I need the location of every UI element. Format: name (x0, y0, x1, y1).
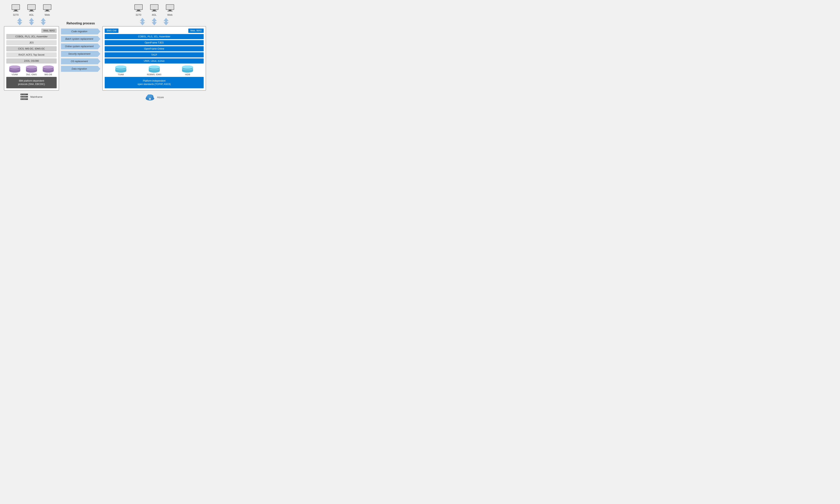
left-arrow-2 (29, 18, 34, 25)
step-os-replacement: OS replacement (61, 58, 100, 65)
right-bottom-box: Platform-independent open standards (TCP… (105, 77, 204, 88)
left-client-icons: 3270 4GL Web (11, 4, 52, 16)
step-data-migration: Data migration (61, 66, 100, 72)
svg-rect-52 (152, 11, 157, 12)
svg-rect-6 (30, 10, 33, 11)
svg-rect-34 (21, 94, 22, 95)
left-db-db2-label: Db2, IDMS (26, 73, 37, 76)
monitor-icon-web-right (165, 4, 175, 13)
svg-rect-3 (13, 11, 18, 12)
cylinder-tsam (115, 66, 127, 73)
left-bar-racf: RACF, ACF2, Top Secret (6, 52, 57, 57)
left-section: 3270 4GL Web (4, 4, 59, 101)
left-db-vsam-label: VSAM (12, 73, 18, 76)
left-arrow-3 (40, 18, 46, 25)
step-arrow-1 (98, 36, 100, 42)
svg-rect-46 (135, 5, 142, 10)
cylinder-vsam (9, 66, 21, 73)
step-code-migration: Code migration (61, 28, 100, 35)
step-batch-replacement: Batch system replacement (61, 36, 100, 42)
right-client-web: Web (165, 4, 175, 16)
right-label-4gl: 4GL (152, 13, 157, 16)
left-db-imsdb: IMS-DB (42, 66, 54, 76)
left-client-4gl: 4GL (27, 4, 36, 16)
right-section: 3270 4GL Web (102, 4, 206, 101)
left-arrows (17, 18, 46, 25)
svg-rect-51 (153, 10, 156, 11)
svg-rect-43 (23, 99, 27, 99)
svg-rect-11 (45, 11, 50, 12)
right-db-hidb: HiDB (181, 66, 193, 76)
step-arrow-5 (98, 66, 100, 72)
svg-rect-54 (166, 5, 174, 10)
right-bar-tjes: OpenFrame TJES (105, 40, 204, 45)
left-bottom-text: IBM platform-dependent protocols (SNA, E… (18, 79, 45, 86)
mainframe-icon (20, 93, 28, 101)
left-box: Web, WAS COBOL, PL/1, JCL, Assembler JES… (4, 26, 59, 91)
monitor-icon-4gl-left (27, 4, 36, 13)
right-db-rdbms: RDBMS, IDMS (147, 66, 161, 76)
right-top-row: BMS GW Web, WAS (105, 29, 204, 33)
middle-section: Rehosting process Code migration Batch s… (61, 4, 100, 72)
svg-rect-48 (136, 11, 141, 12)
right-client-4gl: 4GL (150, 4, 159, 16)
step-security-replacement: Security replacement (61, 51, 100, 57)
svg-marker-62 (163, 21, 169, 25)
svg-rect-7 (29, 11, 34, 12)
svg-rect-1 (12, 5, 19, 10)
svg-rect-2 (14, 10, 17, 11)
right-bar-unix: UNIX, Linux, zLinux (105, 58, 204, 64)
right-client-icons: 3270 4GL Web (134, 4, 175, 16)
right-bms-gw-label: BMS GW (105, 29, 119, 33)
rehosting-title: Rehosting process (67, 22, 95, 25)
right-box: BMS GW Web, WAS COBOL, PL/1, JCL, Assemb… (102, 26, 206, 91)
monitor-icon-3270-right (134, 4, 143, 13)
right-db-tsam-label: TSAM (118, 73, 124, 76)
left-bottom-box: IBM platform-dependent protocols (SNA, E… (6, 77, 57, 88)
svg-marker-17 (41, 21, 46, 25)
left-db-db2: Db2, IDMS (25, 66, 37, 76)
left-top-row: Web, WAS (6, 29, 57, 33)
step-arrow-3 (98, 51, 100, 57)
right-bar-tacf: TACF (105, 52, 204, 57)
svg-rect-55 (169, 10, 171, 11)
svg-rect-38 (21, 96, 22, 97)
left-web-was-label: Web, WAS (41, 29, 57, 33)
right-arrow-1 (140, 18, 145, 25)
step-arrow-0 (98, 28, 100, 35)
svg-rect-50 (151, 5, 158, 10)
svg-rect-10 (46, 10, 49, 11)
monitor-icon-web-left (42, 4, 52, 13)
cylinder-imsdb (42, 66, 54, 73)
left-client-3270: 3270 (11, 4, 21, 16)
svg-rect-35 (23, 94, 27, 94)
step-label-online-replacement: Online system replacement (61, 43, 98, 49)
right-arrows (140, 18, 169, 25)
left-bar-cobol: COBOL, PL/1, JCL, Assembler (6, 34, 57, 39)
left-bar-cics: CICS, IMS-DC, IDMS-DC (6, 46, 57, 51)
left-label-4gl: 4GL (29, 13, 34, 16)
svg-rect-5 (28, 5, 35, 10)
mainframe-label: Mainframe (30, 95, 42, 98)
step-label-os-replacement: OS replacement (61, 58, 98, 64)
svg-rect-47 (137, 10, 140, 11)
right-arrow-2 (151, 18, 157, 25)
process-steps: Code migration Batch system replacement … (61, 28, 100, 72)
left-db-vsam: VSAM (9, 66, 21, 76)
step-label-code-migration: Code migration (61, 29, 98, 34)
left-bar-jes: JES (6, 40, 57, 45)
mainframe-footer: Mainframe (20, 93, 42, 101)
right-db-hidb-label: HiDB (185, 73, 190, 76)
svg-marker-58 (140, 21, 145, 25)
step-label-security-replacement: Security replacement (61, 51, 98, 57)
left-label-web: Web (45, 13, 50, 16)
monitor-icon-4gl-right (150, 4, 159, 13)
svg-rect-9 (43, 5, 51, 10)
svg-marker-15 (29, 21, 34, 25)
cylinder-rdbms (148, 66, 160, 73)
main-layout: 3270 4GL Web (4, 4, 206, 101)
right-client-3270: 3270 (134, 4, 143, 16)
svg-marker-13 (17, 21, 22, 25)
right-db-rdbms-label: RDBMS, IDMS (147, 73, 161, 76)
svg-rect-36 (23, 94, 25, 95)
